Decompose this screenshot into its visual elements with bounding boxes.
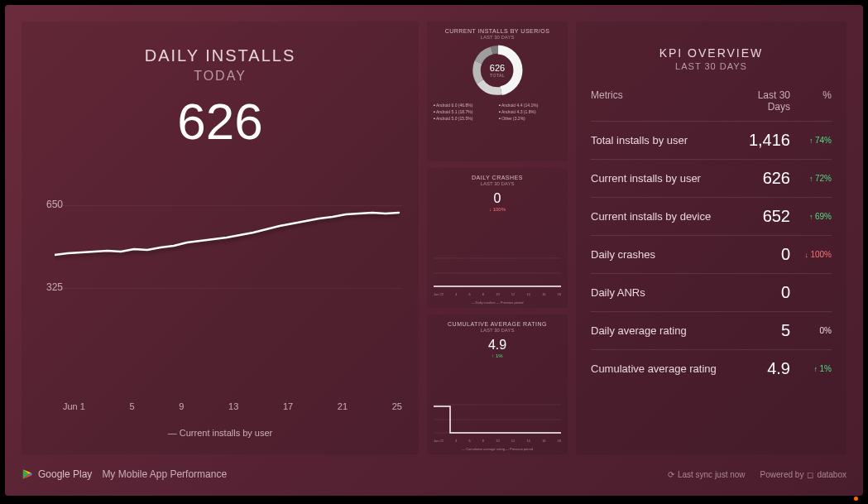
panel-title: DAILY CRASHES: [432, 175, 563, 180]
legend-item: Android 4.3 (1.8%): [499, 109, 561, 114]
mini-legend: — Cumulative average rating — Previous p…: [427, 447, 568, 451]
kpi-value: 0: [732, 245, 790, 264]
panel-subtitle: TODAY: [38, 69, 402, 84]
kpi-pct: 1%: [790, 364, 832, 373]
crashes-line-chart: [434, 248, 561, 288]
col-pct: %: [790, 89, 832, 113]
dashboard-title: My Mobile App Performance: [102, 468, 227, 480]
kpi-table-body: Total installs by user1,41674%Current in…: [591, 121, 832, 387]
kpi-metric: Current installs by device: [591, 210, 732, 223]
mini-x-axis: Jun 224681012141618: [434, 292, 561, 296]
x-tick: 13: [228, 401, 238, 411]
donut-legend: Android 6.0 (46.8%) Android 4.4 (14.1%) …: [432, 103, 563, 121]
kpi-pct: 74%: [790, 136, 832, 145]
legend-item: Android 5.1 (18.7%): [434, 109, 496, 114]
legend-item: Android 6.0 (46.8%): [434, 103, 496, 108]
panel-title: CUMULATIVE AVERAGE RATING: [432, 321, 563, 327]
kpi-metric: Daily ANRs: [591, 286, 732, 300]
x-tick: Jun 1: [63, 401, 85, 411]
avg-rating-panel: CUMULATIVE AVERAGE RATING LAST 30 DAYS 4…: [427, 314, 568, 454]
google-play-logo: Google Play: [22, 468, 92, 480]
databox-label: databox: [817, 470, 846, 479]
kpi-row: Cumulative average rating4.91%: [591, 349, 832, 387]
x-tick: 5: [130, 401, 135, 411]
daily-installs-panel: DAILY INSTALLS TODAY 626 650 325 Jun 1 5…: [22, 22, 419, 454]
kpi-table-header: Metrics Last 30 Days %: [591, 89, 832, 121]
refresh-icon: ⟳: [668, 470, 674, 479]
panel-title: DAILY INSTALLS: [38, 46, 402, 65]
col-metrics: Metrics: [591, 89, 732, 113]
legend-item: Android 5.0 (15.5%): [434, 116, 496, 121]
panel-subtitle: LAST 30 DAYS: [432, 181, 563, 186]
crashes-delta: ↓ 100%: [432, 207, 563, 212]
rating-value: 4.9: [432, 338, 563, 353]
donut-center-value: 626: [490, 63, 505, 73]
kpi-row: Current installs by device65269%: [591, 197, 832, 235]
kpi-value: 652: [732, 207, 790, 226]
kpi-row: Daily average rating50%: [591, 311, 832, 349]
donut-center-label: TOTAL: [490, 73, 505, 78]
legend-item: Android 4.4 (14.1%): [499, 103, 561, 108]
installs-by-os-panel: CURRENT INSTALLS BY USER/OS LAST 30 DAYS: [427, 22, 568, 161]
kpi-row: Daily ANRs0: [591, 273, 832, 311]
kpi-row: Current installs by user62672%: [591, 159, 832, 197]
sync-label: Last sync just now: [678, 470, 746, 479]
kpi-metric: Daily crashes: [591, 248, 732, 262]
x-tick: 9: [179, 401, 184, 411]
y-tick: 325: [46, 281, 63, 293]
col-last30: Last 30 Days: [732, 89, 790, 113]
play-icon: [22, 468, 33, 480]
daily-installs-line-chart: [55, 187, 402, 270]
sync-status[interactable]: ⟳ Last sync just now: [668, 470, 746, 479]
crashes-value: 0: [432, 191, 563, 206]
x-axis: Jun 1 5 9 13 17 21 25: [63, 401, 402, 411]
dashboard-shell: DAILY INSTALLS TODAY 626 650 325 Jun 1 5…: [5, 5, 863, 496]
brand-label: Google Play: [38, 468, 92, 480]
chart-legend: Current installs by user: [22, 428, 419, 438]
mini-legend: — Daily crashes — Previous period: [427, 300, 568, 305]
kpi-metric: Daily average rating: [591, 324, 732, 338]
kpi-value: 1,416: [732, 131, 790, 150]
kpi-pct: 72%: [790, 174, 832, 183]
middle-column: CURRENT INSTALLS BY USER/OS LAST 30 DAYS: [427, 22, 568, 454]
kpi-metric: Current installs by user: [591, 172, 732, 185]
panel-subtitle: LAST 30 DAYS: [591, 61, 832, 71]
daily-crashes-panel: DAILY CRASHES LAST 30 DAYS 0 ↓ 100% Jun …: [427, 168, 568, 308]
rating-delta: ↑ 1%: [432, 353, 563, 358]
legend-item: Other (3.2%): [499, 116, 561, 121]
panel-title: CURRENT INSTALLS BY USER/OS: [432, 28, 563, 34]
x-tick: 17: [283, 401, 293, 411]
kpi-row: Daily crashes0100%: [591, 235, 832, 273]
kpi-row: Total installs by user1,41674%: [591, 121, 832, 159]
kpi-overview-panel: KPI OVERVIEW LAST 30 DAYS Metrics Last 3…: [576, 22, 846, 454]
kpi-value: 4.9: [732, 359, 790, 378]
databox-icon: ◻: [807, 470, 813, 479]
kpi-value: 0: [732, 283, 790, 302]
status-dot-icon: [854, 497, 858, 501]
os-donut-chart: 626 TOTAL: [470, 43, 525, 98]
powered-by: Powered by ◻ databox: [760, 470, 846, 479]
kpi-pct: 69%: [790, 212, 832, 221]
x-tick: 25: [392, 401, 402, 411]
kpi-metric: Total installs by user: [591, 134, 732, 147]
footer: Google Play My Mobile App Performance ⟳ …: [22, 463, 846, 486]
kpi-value: 5: [732, 321, 790, 340]
kpi-pct: 0%: [790, 326, 832, 335]
kpi-value: 626: [732, 169, 790, 188]
kpi-pct: 100%: [790, 250, 832, 259]
x-tick: 21: [338, 401, 348, 411]
panel-title: KPI OVERVIEW: [591, 46, 832, 60]
panel-subtitle: LAST 30 DAYS: [432, 35, 563, 40]
kpi-metric: Cumulative average rating: [591, 362, 732, 376]
daily-installs-value: 626: [38, 92, 402, 151]
panel-subtitle: LAST 30 DAYS: [432, 328, 563, 333]
mini-x-axis: Jun 224681012141618: [434, 439, 561, 443]
rating-line-chart: [434, 395, 561, 434]
